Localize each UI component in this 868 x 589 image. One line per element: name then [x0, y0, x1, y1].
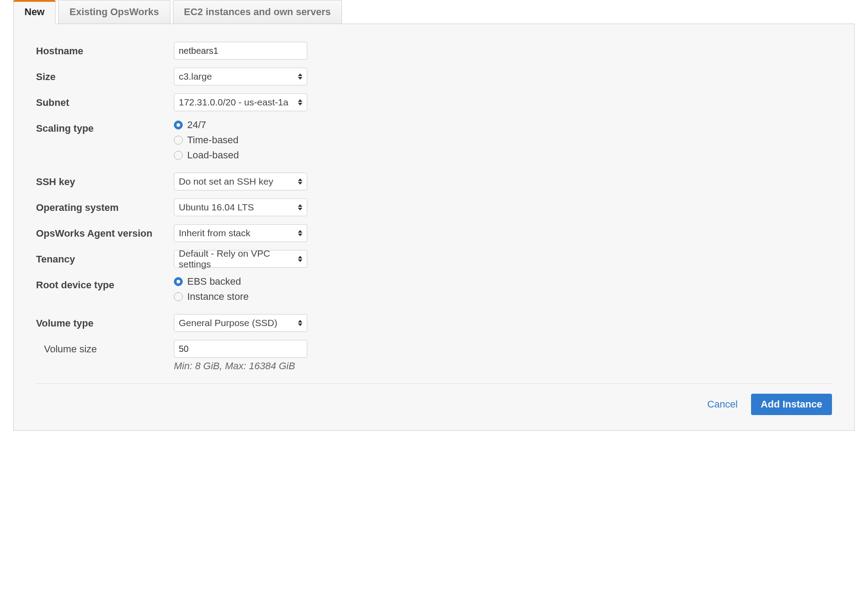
scaling-type-time-label: Time-based: [187, 134, 238, 146]
tenancy-value: Default - Rely on VPC settings: [179, 248, 298, 270]
os-label: Operating system: [36, 198, 174, 214]
volume-type-select[interactable]: General Purpose (SSD): [174, 314, 307, 332]
add-instance-button[interactable]: Add Instance: [751, 394, 832, 415]
agent-version-select[interactable]: Inherit from stack: [174, 224, 307, 242]
tab-new[interactable]: New: [13, 0, 56, 24]
os-select[interactable]: Ubuntu 16.04 LTS: [174, 198, 307, 216]
chevron-updown-icon: [298, 256, 302, 262]
radio-icon: [174, 277, 183, 286]
radio-icon: [174, 292, 183, 301]
radio-icon: [174, 151, 183, 160]
scaling-type-247[interactable]: 24/7: [174, 119, 832, 131]
size-value: c3.large: [179, 71, 212, 82]
volume-type-value: General Purpose (SSD): [179, 318, 277, 328]
scaling-type-load[interactable]: Load-based: [174, 149, 832, 161]
chevron-updown-icon: [298, 204, 302, 210]
root-device-label: Root device type: [36, 276, 174, 291]
ssh-key-label: SSH key: [36, 173, 174, 188]
form-panel: Hostname Size c3.large Subnet 172.31.0.0…: [13, 24, 855, 431]
ssh-key-select[interactable]: Do not set an SSH key: [174, 173, 307, 190]
scaling-type-label: Scaling type: [36, 119, 174, 134]
divider: [36, 383, 832, 384]
ssh-key-value: Do not set an SSH key: [179, 176, 273, 187]
chevron-updown-icon: [298, 320, 302, 326]
tab-ec2-instances[interactable]: EC2 instances and own servers: [173, 0, 342, 24]
volume-size-hint: Min: 8 GiB, Max: 16384 GiB: [174, 360, 832, 372]
scaling-type-time[interactable]: Time-based: [174, 134, 832, 146]
scaling-type-load-label: Load-based: [187, 149, 239, 161]
hostname-label: Hostname: [36, 42, 174, 57]
chevron-updown-icon: [298, 230, 302, 236]
subnet-select[interactable]: 172.31.0.0/20 - us-east-1a: [174, 93, 307, 111]
scaling-type-247-label: 24/7: [187, 119, 206, 131]
chevron-updown-icon: [298, 99, 302, 105]
size-label: Size: [36, 68, 174, 83]
volume-type-label: Volume type: [36, 314, 174, 329]
root-device-ebs[interactable]: EBS backed: [174, 276, 832, 287]
subnet-label: Subnet: [36, 93, 174, 109]
agent-version-value: Inherit from stack: [179, 228, 250, 238]
tenancy-select[interactable]: Default - Rely on VPC settings: [174, 250, 307, 268]
size-select[interactable]: c3.large: [174, 68, 307, 85]
tenancy-label: Tenancy: [36, 250, 174, 265]
os-value: Ubuntu 16.04 LTS: [179, 202, 254, 213]
chevron-updown-icon: [298, 73, 302, 80]
root-device-instance-store[interactable]: Instance store: [174, 291, 832, 303]
root-device-ebs-label: EBS backed: [187, 276, 241, 287]
cancel-button[interactable]: Cancel: [707, 399, 737, 410]
subnet-value: 172.31.0.0/20 - us-east-1a: [179, 97, 288, 108]
root-device-instance-store-label: Instance store: [187, 291, 249, 303]
volume-size-label: Volume size: [36, 340, 174, 355]
tab-existing-opsworks[interactable]: Existing OpsWorks: [58, 0, 170, 24]
hostname-input[interactable]: [174, 42, 307, 60]
agent-version-label: OpsWorks Agent version: [36, 224, 174, 239]
chevron-updown-icon: [298, 178, 302, 185]
radio-icon: [174, 136, 183, 145]
radio-icon: [174, 121, 183, 129]
volume-size-input[interactable]: [174, 340, 307, 358]
